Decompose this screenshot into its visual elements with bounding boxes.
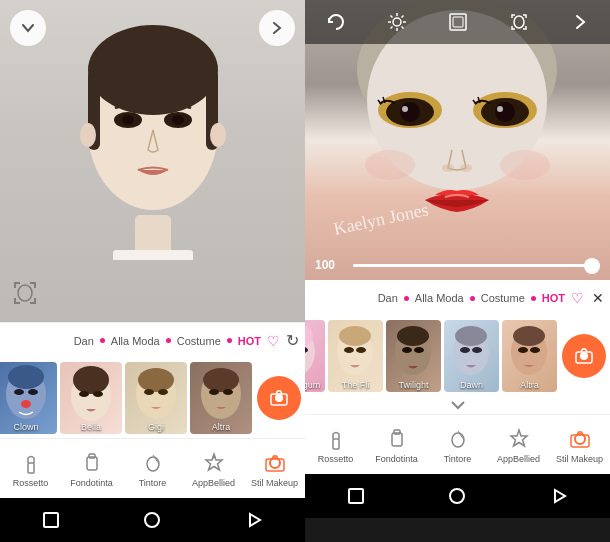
slider-value: 100	[315, 258, 345, 272]
tool-label-tin: Tintore	[139, 478, 167, 488]
thumb-label-altra: Altra	[190, 422, 252, 432]
face-detect-right-icon[interactable]	[504, 7, 534, 37]
thumb-label-clown: Clown	[0, 422, 57, 432]
left-thumbnail-strip: Altra Gigi Bella	[0, 358, 305, 438]
svg-line-56	[390, 27, 392, 29]
svg-point-91	[339, 326, 371, 346]
svg-point-28	[8, 365, 44, 389]
right-heart-icon[interactable]: ♡	[571, 290, 584, 306]
svg-rect-39	[266, 459, 284, 471]
right-thumb-bubblegum[interactable]: Bubblegum	[305, 320, 325, 392]
slider-fill	[353, 264, 600, 267]
right-tool-fond[interactable]: Fondotinta	[369, 426, 424, 464]
svg-point-20	[138, 368, 174, 392]
thumbnail-altra[interactable]: Altra	[190, 362, 252, 434]
svg-point-41	[147, 457, 159, 471]
right-tool-label-ross: Rossetto	[318, 454, 354, 464]
brightness-icon[interactable]	[382, 7, 412, 37]
lipstick-icon	[18, 450, 44, 476]
svg-point-74	[500, 150, 550, 180]
right-camera-button[interactable]	[562, 334, 606, 378]
tool-label-ross: Rossetto	[13, 478, 49, 488]
category-costume[interactable]: Costume	[177, 335, 221, 347]
down-arrow[interactable]	[305, 396, 610, 414]
thumbnail-clown[interactable]: Clown	[0, 362, 57, 434]
slider-thumb[interactable]	[584, 258, 600, 274]
svg-rect-42	[87, 457, 97, 470]
rotate-icon[interactable]	[321, 7, 351, 37]
nav-square-right[interactable]	[344, 484, 368, 508]
refresh-icon[interactable]: ↻	[286, 331, 299, 350]
right-thumb-twilight[interactable]: Twilight	[386, 320, 441, 392]
camera-active-icon	[262, 450, 288, 476]
right-tool-ross[interactable]: Rossetto	[308, 426, 363, 464]
svg-point-76	[580, 352, 588, 360]
next-right-icon[interactable]	[565, 7, 595, 37]
opacity-slider[interactable]: 100	[315, 258, 600, 272]
thumb-label-bella: Bella	[60, 422, 122, 432]
right-tool-app[interactable]: AppBellied	[491, 426, 546, 464]
thumbnail-bella[interactable]: Bella	[60, 362, 122, 434]
left-nav-bar	[0, 498, 305, 542]
nav-circle-left[interactable]	[140, 508, 164, 532]
category-hot[interactable]: HOT	[238, 335, 261, 347]
face-svg	[73, 20, 233, 260]
category-alla-moda[interactable]: Alla Moda	[111, 335, 160, 347]
svg-point-16	[203, 368, 239, 392]
svg-point-69	[495, 102, 515, 122]
svg-point-84	[460, 347, 470, 353]
svg-point-80	[518, 347, 528, 353]
svg-point-10	[210, 123, 226, 147]
nav-play-right[interactable]	[547, 484, 571, 508]
heart-icon[interactable]: ♡	[267, 333, 280, 349]
svg-rect-45	[44, 513, 58, 527]
tool-rossetto[interactable]: Rossetto	[3, 450, 58, 488]
nav-play-left[interactable]	[242, 508, 266, 532]
face-detect-icon	[10, 278, 40, 312]
right-tool-stil[interactable]: Stil Makeup	[552, 426, 607, 464]
svg-rect-43	[89, 454, 95, 458]
right-thumb-altra[interactable]: Altra	[502, 320, 557, 392]
svg-point-88	[402, 347, 412, 353]
svg-point-22	[158, 389, 168, 395]
right-thumb-label-altra: Altra	[502, 380, 557, 390]
svg-point-85	[472, 347, 482, 353]
next-button[interactable]	[259, 10, 295, 46]
nav-square-left[interactable]	[39, 508, 63, 532]
svg-point-18	[223, 389, 233, 395]
tool-appbellied[interactable]: AppBellied	[186, 450, 241, 488]
svg-line-54	[401, 27, 403, 29]
svg-point-65	[400, 102, 420, 122]
slider-track[interactable]	[353, 264, 600, 267]
right-category-costume[interactable]: Costume	[481, 292, 525, 304]
thumb-label-gigi: Gigi	[125, 422, 187, 432]
right-category-alla-moda[interactable]: Alla Moda	[415, 292, 464, 304]
chevron-down-button[interactable]	[10, 10, 46, 46]
right-close-icon[interactable]: ✕	[592, 290, 604, 306]
frame-icon[interactable]	[443, 7, 473, 37]
tool-tintore[interactable]: Tintore	[125, 450, 180, 488]
svg-point-40	[212, 455, 215, 458]
right-category-dan[interactable]: Dan	[378, 292, 398, 304]
right-thumb-dawn[interactable]: Dawn	[444, 320, 499, 392]
camera-button[interactable]	[257, 376, 301, 420]
right-thumb-fli[interactable]: The Fli	[328, 320, 383, 392]
category-dan[interactable]: Dan	[74, 335, 94, 347]
right-cat-dot	[531, 296, 536, 301]
tool-fondotinta[interactable]: Fondotinta	[64, 450, 119, 488]
svg-point-29	[14, 389, 24, 395]
tool-label-stil: Stil Makeup	[251, 478, 298, 488]
thumbnail-gigi[interactable]: Gigi	[125, 362, 187, 434]
svg-point-8	[172, 115, 184, 125]
face-preview	[0, 0, 305, 322]
right-tool-tintore[interactable]: Tintore	[430, 426, 485, 464]
right-category-hot[interactable]: HOT	[542, 292, 565, 304]
svg-point-25	[79, 391, 89, 397]
svg-point-71	[442, 164, 454, 172]
tool-stil-makeup[interactable]: Stil Makeup	[247, 450, 302, 488]
right-lipstick-icon	[323, 426, 349, 452]
svg-rect-99	[571, 435, 589, 447]
svg-point-89	[414, 347, 424, 353]
svg-point-9	[80, 123, 96, 147]
nav-circle-right[interactable]	[445, 484, 469, 508]
